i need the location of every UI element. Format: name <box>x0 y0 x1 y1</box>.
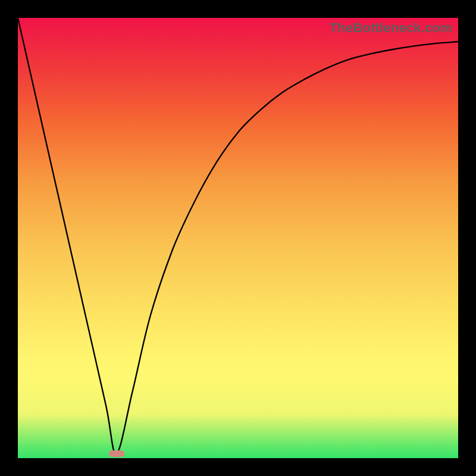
minimum-marker <box>109 450 124 457</box>
plot-area: TheBottleneck.com <box>18 18 458 458</box>
chart-frame: TheBottleneck.com <box>0 0 476 476</box>
bottleneck-curve <box>18 18 458 458</box>
curve-path <box>18 18 458 454</box>
